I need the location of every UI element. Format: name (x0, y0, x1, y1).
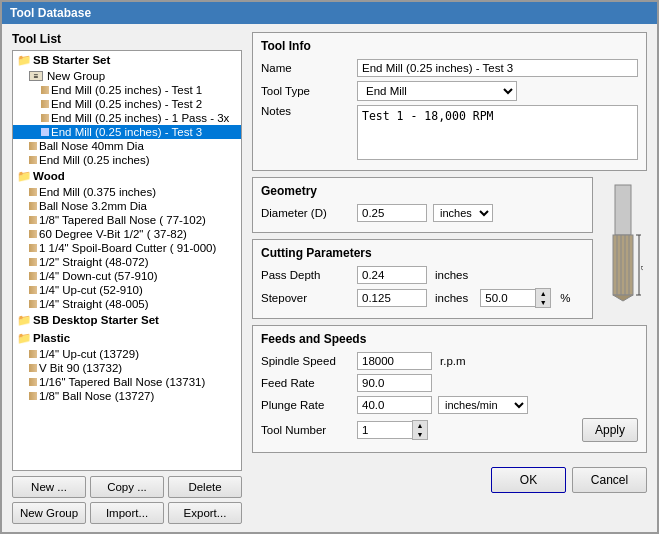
tree-tool-spoilboard[interactable]: 1 1/4" Spoil-Board Cutter ( 91-000) (13, 241, 241, 255)
spinbox-down-button[interactable]: ▼ (536, 298, 550, 307)
tree-tool-ballnose-13727[interactable]: 1/8" Ball Nose (13727) (13, 389, 241, 403)
pass-depth-label: Pass Depth (261, 269, 351, 281)
tool-number-input[interactable] (357, 421, 412, 439)
tool-icon (29, 244, 37, 252)
feed-unit-select[interactable]: inches/min mm/min (438, 396, 528, 414)
tool-icon (29, 350, 37, 358)
tool-info-title: Tool Info (261, 39, 638, 53)
tool-number-up-button[interactable]: ▲ (413, 421, 427, 430)
tree-group-new-group[interactable]: ≡ New Group (13, 69, 241, 83)
pass-depth-row: Pass Depth inches (261, 266, 584, 284)
tree-tool-endmill-1[interactable]: End Mill (0.25 inches) - Test 1 (13, 83, 241, 97)
tree-tool-tapered-13731[interactable]: 1/16" Tapered Ball Nose (13731) (13, 375, 241, 389)
stepover-unit: inches (435, 292, 468, 304)
spinbox-up-button[interactable]: ▲ (536, 289, 550, 298)
tree-tool-straight-48005[interactable]: 1/4" Straight (48-005) (13, 297, 241, 311)
tree-tool-endmill-375[interactable]: End Mill (0.375 inches) (13, 185, 241, 199)
spindle-input[interactable] (357, 352, 432, 370)
copy-button[interactable]: Copy ... (90, 476, 164, 498)
diameter-input[interactable] (357, 204, 427, 222)
tree-tool-endmill-3[interactable]: End Mill (0.25 inches) - 1 Pass - 3x (13, 111, 241, 125)
tool-icon (41, 114, 49, 122)
title-bar: Tool Database (2, 2, 657, 24)
tree-tool-endmill-025[interactable]: End Mill (0.25 inches) (13, 153, 241, 167)
tool-type-select[interactable]: End Mill Ball Nose V-Bit Tapered Ball No… (357, 81, 517, 101)
tree-tool-endmill-2[interactable]: End Mill (0.25 inches) - Test 2 (13, 97, 241, 111)
svg-rect-0 (615, 185, 631, 235)
percent-label: % (560, 292, 570, 304)
ok-button[interactable]: OK (491, 467, 566, 493)
tool-number-spinbox-buttons: ▲ ▼ (412, 420, 428, 440)
diameter-unit-select[interactable]: inches mm (433, 204, 493, 222)
import-button[interactable]: Import... (90, 502, 164, 524)
tool-icon (29, 230, 37, 238)
tree-root-plastic[interactable]: 📁 Plastic (13, 329, 241, 347)
tree-root-sb-starter[interactable]: 📁 SB Starter Set (13, 51, 241, 69)
left-panel: Tool List 📁 SB Starter Set ≡ New Group (12, 32, 242, 524)
tool-info-section: Tool Info Name Tool Type End Mill Ball N… (252, 32, 647, 171)
notes-label: Notes (261, 105, 351, 117)
tree-tool-upcut-52[interactable]: 1/4" Up-cut (52-910) (13, 283, 241, 297)
cancel-button[interactable]: Cancel (572, 467, 647, 493)
name-label: Name (261, 62, 351, 74)
tool-icon (29, 378, 37, 386)
tool-icon (41, 128, 49, 136)
tree-root-wood[interactable]: 📁 Wood (13, 167, 241, 185)
apply-button[interactable]: Apply (582, 418, 638, 442)
feed-rate-row: Feed Rate (261, 374, 638, 392)
tool-icon (41, 100, 49, 108)
export-button[interactable]: Export... (168, 502, 242, 524)
stepover-percent-input[interactable] (480, 289, 535, 307)
tool-icon (29, 286, 37, 294)
bottom-buttons: OK Cancel (252, 463, 647, 493)
tool-icon (29, 188, 37, 196)
tool-tree[interactable]: 📁 SB Starter Set ≡ New Group End Mill (0… (12, 50, 242, 471)
pass-depth-unit: inches (435, 269, 468, 281)
name-input[interactable] (357, 59, 638, 77)
tree-tool-vbit-90[interactable]: V Bit 90 (13732) (13, 361, 241, 375)
svg-text:D: D (640, 265, 643, 270)
geometry-section: Geometry Diameter (D) inches mm (252, 177, 593, 233)
folder-icon: 📁 (17, 169, 31, 183)
feeds-speeds-section: Feeds and Speeds Spindle Speed r.p.m Fee… (252, 325, 647, 453)
folder-icon: 📁 (17, 53, 31, 67)
right-panel: Tool Info Name Tool Type End Mill Ball N… (252, 32, 647, 524)
new-group-button[interactable]: New Group (12, 502, 86, 524)
spindle-label: Spindle Speed (261, 355, 351, 367)
tree-tool-tapered-77[interactable]: 1/8" Tapered Ball Nose ( 77-102) (13, 213, 241, 227)
delete-button[interactable]: Delete (168, 476, 242, 498)
spindle-speed-row: Spindle Speed r.p.m (261, 352, 638, 370)
tool-icon (29, 300, 37, 308)
tree-tool-straight-48072[interactable]: 1/2" Straight (48-072) (13, 255, 241, 269)
tree-tool-ballnose-32[interactable]: Ball Nose 3.2mm Dia (13, 199, 241, 213)
tool-icon (29, 272, 37, 280)
tool-number-down-button[interactable]: ▼ (413, 430, 427, 439)
tree-tool-downcut[interactable]: 1/4" Down-cut (57-910) (13, 269, 241, 283)
plunge-rate-input[interactable] (357, 396, 432, 414)
tool-icon (29, 202, 37, 210)
geo-cut-left: Geometry Diameter (D) inches mm (252, 177, 593, 319)
pass-depth-input[interactable] (357, 266, 427, 284)
tool-icon (29, 156, 37, 164)
feed-rate-label: Feed Rate (261, 377, 351, 389)
tool-number-spinbox: ▲ ▼ (357, 420, 428, 440)
tree-tool-upcut-13729[interactable]: 1/4" Up-cut (13729) (13, 347, 241, 361)
stepover-label: Stepover (261, 292, 351, 304)
feed-rate-input[interactable] (357, 374, 432, 392)
tool-visual-container: D (599, 177, 647, 319)
name-row: Name (261, 59, 638, 77)
notes-textarea[interactable]: Test 1 - 18,000 RPM (357, 105, 638, 160)
stepover-input[interactable] (357, 289, 427, 307)
new-button[interactable]: New ... (12, 476, 86, 498)
tree-tool-ballnose-40[interactable]: Ball Nose 40mm Dia (13, 139, 241, 153)
tree-root-sb-desktop[interactable]: 📁 SB Desktop Starter Set (13, 311, 241, 329)
diameter-label: Diameter (D) (261, 207, 351, 219)
tool-database-window: Tool Database Tool List 📁 SB Starter Set… (0, 0, 659, 534)
geometry-cutting-wrapper: Geometry Diameter (D) inches mm (252, 177, 647, 319)
tree-tool-vbit-60[interactable]: 60 Degree V-Bit 1/2" ( 37-82) (13, 227, 241, 241)
folder-icon: 📁 (17, 313, 31, 327)
folder-icon: 📁 (17, 331, 31, 345)
tool-type-row: Tool Type End Mill Ball Nose V-Bit Taper… (261, 81, 638, 101)
tree-tool-endmill-4[interactable]: End Mill (0.25 inches) - Test 3 (13, 125, 241, 139)
group-icon: ≡ (29, 71, 43, 81)
